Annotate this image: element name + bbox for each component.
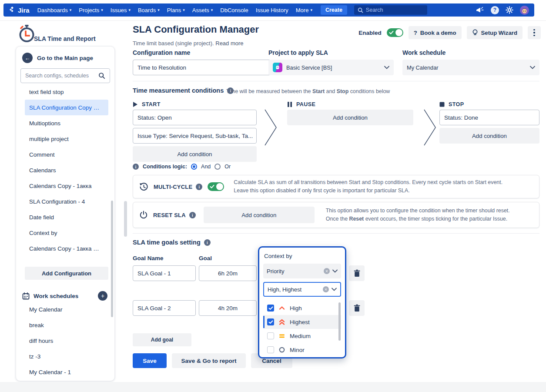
config-item[interactable]: Context by (25, 225, 108, 241)
checkbox-checked[interactable] (267, 318, 274, 325)
pause-add-condition-button[interactable]: Add condition (287, 110, 413, 125)
nav-item-assets[interactable]: Assets▾ (192, 7, 213, 13)
option-highest[interactable]: Highest (263, 315, 341, 329)
sidebar-scrollbar[interactable] (111, 201, 113, 317)
start-condition-status[interactable]: Status: Open (133, 110, 257, 125)
schedule-item[interactable]: break (25, 317, 108, 333)
jira-logo[interactable]: Jira (9, 7, 30, 14)
check-icon (389, 30, 394, 35)
option-high[interactable]: High (263, 301, 341, 315)
config-item[interactable]: Calendars Copy - 1акка (25, 178, 108, 194)
brand-label: Jira (18, 7, 30, 14)
configs-search[interactable] (20, 68, 110, 83)
nav-item-projects[interactable]: Projects▾ (79, 7, 103, 13)
stop-add-condition-button[interactable]: Add condition (439, 128, 539, 144)
nav-item-boards[interactable]: Boards▾ (138, 7, 160, 13)
conditions-hint: Time will be measured between the Start … (226, 88, 390, 94)
project-select[interactable]: Basic Service [BS] (268, 60, 394, 75)
book-demo-button[interactable]: ? Book a demo (409, 26, 462, 39)
enabled-toggle[interactable] (387, 28, 403, 37)
nav-item-plans[interactable]: Plans▾ (167, 7, 185, 13)
kebab-menu-button[interactable] (528, 26, 541, 39)
back-to-main-link[interactable]: ← Go to the Main page (22, 53, 110, 63)
page-scrollbar[interactable] (124, 201, 127, 237)
schedule-item[interactable]: My Calendar (25, 302, 108, 317)
nav-item-dashboards[interactable]: Dashboards▾ (37, 7, 72, 13)
config-name-input[interactable] (133, 60, 276, 75)
setup-wizard-button[interactable]: Setup Wizard (467, 26, 523, 39)
logic-or-radio[interactable] (214, 164, 221, 170)
checkbox-unchecked[interactable] (267, 346, 274, 353)
configs-search-input[interactable] (25, 73, 98, 79)
start-condition-issue-type[interactable]: Issue Type: Service Request, Sub-task, T… (133, 128, 257, 144)
goal-name-input-1[interactable] (133, 265, 196, 281)
goal-value-input-2[interactable] (199, 300, 257, 316)
chevron-down-icon (384, 66, 389, 69)
config-item[interactable]: Calendars (25, 162, 108, 178)
config-item[interactable]: Date field (25, 209, 108, 225)
conditions-logic-label: Conditions logic: (143, 164, 187, 170)
logic-and-radio[interactable] (191, 164, 197, 170)
gear-icon[interactable] (506, 6, 513, 14)
goals-section-title: SLA time goals settingi (133, 239, 211, 246)
schedule-item[interactable]: My Calendar - 1 (25, 364, 108, 380)
config-item[interactable]: multiple project (25, 131, 108, 147)
option-minor[interactable]: Minor (263, 343, 341, 357)
project-label: Project to apply SLA (268, 49, 328, 56)
create-button[interactable]: Create (321, 5, 347, 15)
help-icon[interactable]: ? (491, 6, 499, 14)
announcements-icon[interactable] (476, 7, 484, 14)
add-schedule-button[interactable]: + (98, 291, 107, 301)
schedule-item[interactable]: tz -3 (25, 348, 108, 364)
checkbox-unchecked[interactable] (267, 332, 274, 339)
config-item[interactable]: SLA Configuration - 4 (25, 194, 108, 209)
delete-goal-button-1[interactable] (349, 265, 365, 281)
goal-name-input-2[interactable] (133, 300, 196, 316)
config-item[interactable]: text field stop (25, 84, 108, 100)
info-icon[interactable]: i (189, 212, 196, 218)
option-medium[interactable]: Medium (263, 329, 341, 343)
divider (133, 81, 539, 81)
config-item[interactable]: Calendars Copy - 1акка … (25, 241, 108, 256)
save-go-to-report-button[interactable]: Save & Go to report (172, 353, 246, 368)
config-item[interactable]: Comment (25, 147, 108, 162)
nav-item-issues[interactable]: Issues▾ (111, 7, 131, 13)
context-values-select[interactable]: High, Highest × (263, 282, 341, 297)
goal-value-input-1[interactable] (199, 265, 257, 281)
schedule-label: Work schedule (402, 49, 446, 56)
info-icon[interactable]: i (133, 164, 139, 170)
sidebar: ← Go to the Main page text field stop SL… (16, 46, 115, 381)
search-input[interactable] (366, 7, 416, 13)
chevron-down-icon (332, 269, 338, 273)
add-configuration-button[interactable]: Add Configuration (25, 267, 108, 280)
save-button[interactable]: Save (133, 353, 167, 368)
config-item-selected[interactable]: SLA Configuration Copy … (25, 100, 108, 115)
history-icon (139, 182, 148, 191)
clear-icon[interactable]: × (323, 286, 329, 292)
nav-item-issue-history[interactable]: Issue History (256, 7, 288, 13)
info-icon[interactable]: i (196, 184, 202, 190)
multi-cycle-toggle[interactable] (208, 182, 224, 191)
context-type-select[interactable]: Priority × (263, 264, 341, 278)
menu-scrollbar[interactable] (338, 302, 341, 341)
work-schedule-select[interactable]: My Calendar (402, 60, 539, 75)
project-value: Basic Service [BS] (286, 64, 332, 71)
start-add-condition-button[interactable]: Add condition (133, 146, 257, 162)
chevron-down-icon: ▾ (211, 8, 213, 12)
checkbox-checked[interactable] (267, 305, 274, 312)
config-item[interactable]: Multioptions (25, 115, 108, 131)
global-search[interactable] (354, 5, 427, 15)
info-icon[interactable]: i (204, 239, 211, 246)
clear-icon[interactable]: × (324, 268, 330, 274)
user-avatar[interactable] (520, 6, 529, 15)
read-more-link[interactable]: Read more (215, 40, 243, 47)
goal-column-label: Goal (199, 255, 212, 261)
stop-column-header: STOP (439, 101, 464, 107)
nav-item-dbconsole[interactable]: DbConsole (220, 7, 248, 13)
delete-goal-button-2[interactable] (349, 300, 365, 316)
schedule-item[interactable]: diff hours (25, 333, 108, 348)
nav-item-more[interactable]: More▾ (296, 7, 312, 13)
add-goal-button[interactable]: Add goal (133, 333, 191, 346)
reset-add-condition-button[interactable]: Add condition (204, 207, 315, 223)
stop-condition-status[interactable]: Status: Done (439, 110, 539, 125)
